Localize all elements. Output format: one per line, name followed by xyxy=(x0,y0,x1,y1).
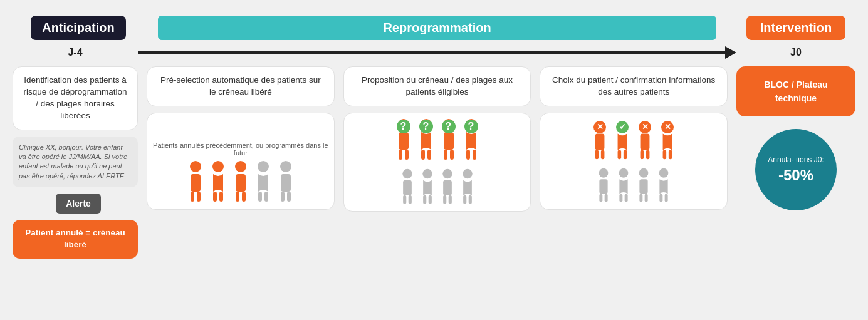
choix-figures-top: ✕ ✓ xyxy=(590,121,677,164)
svg-point-11 xyxy=(258,161,269,172)
svg-point-43 xyxy=(463,169,472,178)
anticipation-card: Identification des patients à risque de … xyxy=(13,66,138,130)
preselection-card: Pré-selection automatique des patients s… xyxy=(147,66,335,106)
svg-rect-6 xyxy=(219,192,223,202)
person-g-4 xyxy=(459,168,476,206)
svg-rect-62 xyxy=(600,194,603,202)
alerte-button[interactable]: Alerte xyxy=(56,194,101,214)
person-g-2 xyxy=(419,168,436,206)
svg-rect-55 xyxy=(641,150,644,159)
svg-rect-70 xyxy=(645,194,648,202)
phase-intervention: Intervention xyxy=(746,16,845,40)
patient-annule-card: Patient annulé = créneau libéré xyxy=(13,220,138,259)
person-orange-3 xyxy=(231,160,251,204)
person-gb-4 xyxy=(655,168,672,204)
svg-rect-15 xyxy=(281,174,291,192)
svg-point-64 xyxy=(619,168,629,178)
choix-figures-box: ✕ ✓ xyxy=(540,113,728,210)
svg-rect-23 xyxy=(421,150,425,160)
proposition-card: Proposition du créneau / des plages aux … xyxy=(343,66,531,106)
svg-rect-19 xyxy=(399,132,409,150)
person-gb-3 xyxy=(635,168,652,204)
svg-rect-1 xyxy=(191,174,201,192)
svg-rect-69 xyxy=(640,194,643,202)
svg-rect-63 xyxy=(605,194,608,202)
svg-point-39 xyxy=(442,169,452,178)
svg-point-4 xyxy=(212,161,224,172)
timeline-label-right: J0 xyxy=(736,47,855,58)
svg-rect-37 xyxy=(423,195,426,204)
svg-point-7 xyxy=(235,161,246,172)
svg-rect-20 xyxy=(399,150,402,160)
svg-rect-12 xyxy=(258,192,262,202)
svg-point-71 xyxy=(659,168,669,178)
svg-rect-10 xyxy=(242,192,246,202)
phases-row: Anticipation Reprogrammation Interventio… xyxy=(13,11,855,44)
timeline-label-left: J-4 xyxy=(13,47,138,58)
svg-rect-65 xyxy=(620,194,623,202)
svg-rect-52 xyxy=(624,150,627,159)
col-proposition: Proposition du créneau / des plages aux … xyxy=(343,66,531,212)
svg-rect-38 xyxy=(428,195,431,204)
svg-rect-68 xyxy=(640,179,648,194)
svg-rect-35 xyxy=(408,195,411,204)
person-gb-2 xyxy=(615,168,632,204)
col-intervention: BLOC / Plateau technique Annula- tions J… xyxy=(736,66,855,210)
svg-rect-73 xyxy=(665,194,668,202)
svg-rect-54 xyxy=(641,133,650,150)
bloc-plateau-text1: BLOC / Plateau xyxy=(764,78,827,91)
proposition-figures-box: ? ? xyxy=(343,113,531,212)
svg-rect-56 xyxy=(646,150,650,159)
person-orange-2 xyxy=(208,160,228,204)
person-orange-1 xyxy=(186,160,206,204)
sms-card: Clinique XX, bonjour. Votre enfant va êt… xyxy=(13,137,138,188)
choix-card: Choix du patient / confirmation Informat… xyxy=(540,66,728,106)
svg-rect-40 xyxy=(443,180,452,195)
svg-point-67 xyxy=(639,168,649,178)
col-preselection: Pré-selection automatique des patients s… xyxy=(147,66,335,210)
svg-rect-31 xyxy=(473,150,476,160)
timeline-line-container xyxy=(138,46,736,59)
svg-rect-3 xyxy=(197,192,201,202)
proposition-figures: ? ? xyxy=(394,118,481,165)
timeline-arrow xyxy=(725,46,736,59)
bloc-plateau-text2: technique xyxy=(775,91,817,105)
phase-anticipation: Anticipation xyxy=(31,16,126,40)
svg-point-14 xyxy=(280,161,291,172)
svg-rect-28 xyxy=(450,150,454,160)
svg-rect-61 xyxy=(600,179,608,194)
svg-rect-17 xyxy=(287,192,291,202)
svg-rect-66 xyxy=(625,194,628,202)
stat-value: -50% xyxy=(778,167,813,184)
svg-rect-42 xyxy=(448,195,451,204)
preselection-figures-box: Patients annulés précédemment, ou progra… xyxy=(147,113,335,210)
person-gray-2 xyxy=(276,160,296,204)
svg-rect-49 xyxy=(601,150,605,159)
main-container: Anticipation Reprogrammation Interventio… xyxy=(0,0,868,320)
svg-rect-2 xyxy=(191,192,194,202)
svg-rect-16 xyxy=(281,192,285,202)
svg-rect-26 xyxy=(444,132,454,150)
svg-point-0 xyxy=(190,161,201,172)
svg-rect-33 xyxy=(403,180,412,195)
svg-rect-58 xyxy=(663,150,667,159)
svg-rect-72 xyxy=(660,194,663,202)
annulations-stat: Annula- tions J0: -50% xyxy=(755,129,837,210)
col-anticipation: Identification des patients à risque de … xyxy=(13,66,138,259)
person-g-1 xyxy=(399,168,416,206)
svg-rect-34 xyxy=(403,195,406,204)
svg-rect-59 xyxy=(669,150,672,159)
stat-label: Annula- tions J0: xyxy=(768,155,824,164)
svg-rect-41 xyxy=(443,195,446,204)
timeline-row: J-4 J0 xyxy=(13,44,855,61)
person-gb-1 xyxy=(595,168,612,204)
svg-rect-51 xyxy=(618,150,622,159)
svg-rect-24 xyxy=(427,150,431,160)
bloc-plateau-card: BLOC / Plateau technique xyxy=(736,66,855,116)
svg-rect-47 xyxy=(595,133,605,150)
svg-rect-9 xyxy=(236,192,239,202)
svg-rect-21 xyxy=(405,150,409,160)
phase-reprogrammation: Reprogrammation xyxy=(158,16,716,40)
preselection-figures-label: Patients annulés précédemment, ou progra… xyxy=(152,142,329,157)
svg-rect-13 xyxy=(264,192,268,202)
